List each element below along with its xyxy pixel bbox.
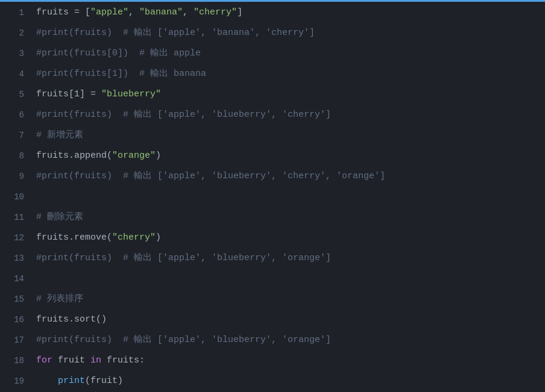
token-comment: # 列表排序 xyxy=(36,294,83,304)
token-str-green: "cherry" xyxy=(112,232,156,243)
token-bracket: ] xyxy=(237,7,242,17)
line-number: 5 xyxy=(6,84,24,105)
token-var: fruits xyxy=(36,89,69,99)
token-comment: #print(fruits) # 輸出 ['apple', 'banana', … xyxy=(36,28,315,38)
code-line: #print(fruits) # 輸出 ['apple', 'blueberry… xyxy=(36,330,545,350)
token-bracket: [ xyxy=(85,7,90,17)
token-plain: , xyxy=(128,7,139,17)
code-line: #print(fruits[0]) # 輸出 apple xyxy=(36,43,545,64)
token-comment: #print(fruits) # 輸出 ['apple', 'blueberry… xyxy=(36,110,331,120)
token-plain: ) xyxy=(156,232,161,243)
line-number: 2 xyxy=(6,23,24,43)
line-number: 1 xyxy=(6,2,24,23)
line-number: 17 xyxy=(6,330,24,350)
token-comment: #print(fruits[0]) # 輸出 apple xyxy=(36,48,201,58)
token-comment: #print(fruits) # 輸出 ['apple', 'blueberry… xyxy=(36,171,385,181)
line-numbers: 1234567891011121314151617181920 xyxy=(0,2,30,392)
code-line: #print(fruits) # 輸出 ['apple', 'blueberry… xyxy=(36,105,545,125)
code-line: #print(fruits) # 輸出 ['apple', 'blueberry… xyxy=(36,248,545,269)
line-number: 3 xyxy=(6,43,24,64)
code-content: fruits = ["apple", "banana", "cherry"]#p… xyxy=(30,2,545,392)
code-line: fruits.remove("cherry") xyxy=(36,228,545,248)
token-plain: fruit xyxy=(52,355,90,366)
code-line: print(fruit) xyxy=(36,371,545,391)
token-plain: .sort() xyxy=(69,314,107,325)
token-comment: #print(fruits) # 輸出 ['apple', 'blueberry… xyxy=(36,335,331,345)
token-plain: fruits: xyxy=(101,355,145,366)
token-str-green: "cherry" xyxy=(194,7,237,17)
token-plain: .remove( xyxy=(69,232,112,243)
token-var: fruits xyxy=(36,151,69,161)
code-line: fruits[1] = "blueberry" xyxy=(36,84,545,105)
line-number: 4 xyxy=(6,64,24,84)
token-comment: #print(fruits) # 輸出 ['apple', 'blueberry… xyxy=(36,253,331,263)
code-line: #print(fruits[1]) # 輸出 banana xyxy=(36,64,545,84)
token-str-green: "orange" xyxy=(112,151,156,161)
code-line: # 刪除元素 xyxy=(36,207,545,228)
token-kw: for xyxy=(36,355,52,366)
token-comment: #print(fruits[1]) # 輸出 banana xyxy=(36,69,206,79)
token-plain: = xyxy=(69,7,85,17)
code-editor: 1234567891011121314151617181920 fruits =… xyxy=(0,0,545,392)
token-fn: print xyxy=(58,376,85,386)
top-progress-bar xyxy=(0,0,545,2)
code-line xyxy=(36,187,545,207)
token-var: fruits xyxy=(36,232,69,243)
token-comment: # 新增元素 xyxy=(36,130,83,140)
token-plain: , xyxy=(183,7,194,17)
code-line: for fruit in fruits: xyxy=(36,350,545,371)
code-line: # 列表排序 xyxy=(36,289,545,310)
token-str-green: "blueberry" xyxy=(101,89,161,99)
code-line: fruits.append("orange") xyxy=(36,146,545,166)
token-str-green: "apple" xyxy=(90,7,128,17)
code-line: #print(fruits) # 輸出 ['apple', 'banana', … xyxy=(36,23,545,43)
token-plain: [1] = xyxy=(69,89,101,99)
token-plain: ) xyxy=(156,151,161,161)
token-var: fruits xyxy=(36,7,69,17)
line-number: 13 xyxy=(6,248,24,269)
line-number: 7 xyxy=(6,125,24,146)
line-number: 10 xyxy=(6,187,24,207)
line-number: 8 xyxy=(6,146,24,166)
line-number: 6 xyxy=(6,105,24,125)
line-number: 18 xyxy=(6,350,24,371)
line-number: 11 xyxy=(6,207,24,228)
token-plain xyxy=(36,376,58,386)
token-kw: in xyxy=(90,355,101,366)
token-str-green: "banana" xyxy=(139,7,183,17)
code-line: #print(fruits) # 輸出 ['apple', 'blueberry… xyxy=(36,166,545,187)
token-var: fruits xyxy=(36,314,69,325)
code-line xyxy=(36,269,545,289)
line-number: 19 xyxy=(6,371,24,391)
code-line: # 新增元素 xyxy=(36,125,545,146)
line-number: 16 xyxy=(6,310,24,330)
line-number: 12 xyxy=(6,228,24,248)
line-number: 9 xyxy=(6,166,24,187)
code-line: fruits = ["apple", "banana", "cherry"] xyxy=(36,2,545,23)
token-comment: # 刪除元素 xyxy=(36,212,83,222)
code-line: fruits.sort() xyxy=(36,310,545,330)
line-number: 14 xyxy=(6,269,24,289)
token-plain: .append( xyxy=(69,151,112,161)
line-number: 15 xyxy=(6,289,24,310)
token-plain: (fruit) xyxy=(85,376,123,386)
